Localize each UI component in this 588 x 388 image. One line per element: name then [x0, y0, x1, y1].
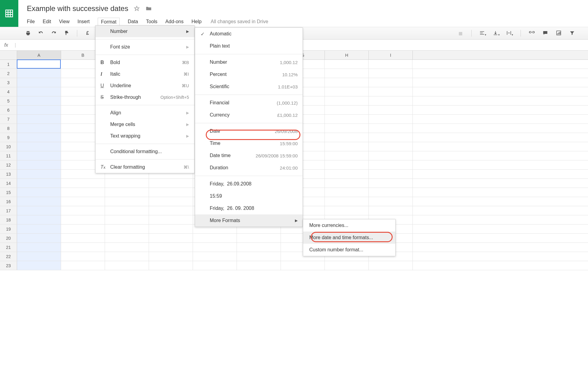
cell[interactable]: [105, 243, 149, 252]
row-header[interactable]: 16: [0, 197, 17, 206]
format-wrap[interactable]: Text wrapping▶: [96, 130, 194, 142]
cell[interactable]: [369, 188, 413, 197]
cell[interactable]: [17, 78, 61, 87]
cell[interactable]: [325, 87, 369, 96]
cell[interactable]: [325, 142, 369, 151]
cell[interactable]: [149, 206, 193, 215]
cell[interactable]: [369, 96, 413, 105]
cell[interactable]: [17, 252, 61, 261]
format-strike[interactable]: SStrike-throughOption+Shift+5: [96, 92, 194, 103]
cell[interactable]: [17, 206, 61, 215]
row-header[interactable]: 6: [0, 106, 17, 114]
cell[interactable]: [193, 234, 237, 242]
cell[interactable]: [149, 215, 193, 224]
cell[interactable]: [61, 234, 105, 242]
row-header[interactable]: 19: [0, 225, 17, 233]
wrap-icon[interactable]: ▾: [506, 30, 513, 37]
cell[interactable]: [17, 197, 61, 206]
cell[interactable]: [149, 243, 193, 252]
num-custom1[interactable]: Friday, 26.09.2008: [195, 178, 303, 190]
cell[interactable]: [193, 252, 237, 261]
cell[interactable]: [369, 261, 413, 270]
cell[interactable]: [325, 188, 369, 197]
row-header[interactable]: 17: [0, 206, 17, 215]
cell[interactable]: [325, 106, 369, 114]
cell[interactable]: [193, 243, 237, 252]
row-header[interactable]: 18: [0, 215, 17, 224]
cell[interactable]: [237, 252, 281, 261]
cell[interactable]: [369, 179, 413, 188]
num-custom2[interactable]: 15:59: [195, 190, 303, 202]
cell[interactable]: [17, 179, 61, 188]
col-header[interactable]: H: [325, 51, 369, 59]
cell[interactable]: [368, 60, 412, 69]
active-cell[interactable]: [17, 59, 61, 69]
cell[interactable]: [325, 151, 369, 160]
cell[interactable]: [61, 225, 105, 233]
select-all-corner[interactable]: [0, 51, 17, 59]
cell[interactable]: [17, 170, 61, 178]
halign-icon[interactable]: ▾: [479, 30, 486, 37]
row-header[interactable]: 3: [0, 78, 17, 87]
num-financial[interactable]: Financial(1,000.12): [195, 97, 303, 109]
cell[interactable]: [149, 252, 193, 261]
cell[interactable]: [369, 69, 413, 78]
comment-icon[interactable]: [542, 30, 549, 37]
format-clear[interactable]: TxClear formatting⌘\: [96, 161, 194, 173]
col-header[interactable]: I: [369, 51, 413, 59]
currency-btn[interactable]: £: [84, 31, 91, 36]
cell[interactable]: [325, 115, 369, 124]
cell[interactable]: [369, 142, 413, 151]
cell[interactable]: [237, 261, 281, 270]
cell[interactable]: [105, 197, 149, 206]
num-scientific[interactable]: Scientific1.01E+03: [195, 81, 303, 93]
menu-addons[interactable]: Add-ons: [165, 19, 184, 24]
cell[interactable]: [369, 78, 413, 87]
format-underline[interactable]: UUnderline⌘U: [96, 80, 194, 92]
cell[interactable]: [193, 261, 237, 270]
cell[interactable]: [17, 225, 61, 233]
cell[interactable]: [325, 197, 369, 206]
num-number[interactable]: Number1,000.12: [195, 56, 303, 68]
row-header[interactable]: 4: [0, 87, 17, 96]
format-number[interactable]: Number▶: [96, 26, 194, 37]
format-font-size[interactable]: Font size▶: [96, 41, 194, 53]
cell[interactable]: [17, 261, 61, 270]
menu-format[interactable]: Format: [98, 18, 120, 26]
cell[interactable]: [325, 96, 369, 105]
cell[interactable]: [149, 234, 193, 242]
row-header[interactable]: 10: [0, 142, 17, 151]
filter-icon[interactable]: [568, 30, 576, 37]
cell[interactable]: [281, 261, 325, 270]
cell[interactable]: [17, 234, 61, 242]
format-italic[interactable]: IItalic⌘I: [96, 68, 194, 80]
format-align[interactable]: Align▶: [96, 107, 194, 119]
menu-help[interactable]: Help: [191, 19, 201, 24]
menu-edit[interactable]: Edit: [43, 19, 51, 24]
cell[interactable]: [369, 170, 413, 178]
cell[interactable]: [149, 197, 193, 206]
undo-icon[interactable]: [37, 30, 45, 37]
star-icon[interactable]: [134, 5, 140, 12]
format-merge[interactable]: Merge cells▶: [96, 119, 194, 130]
cell[interactable]: [369, 106, 413, 114]
cell[interactable]: [17, 151, 61, 160]
cell[interactable]: [61, 252, 105, 261]
row-header[interactable]: 7: [0, 115, 17, 124]
cell[interactable]: [17, 106, 61, 114]
cell[interactable]: [61, 215, 105, 224]
num-time[interactable]: Time15:59:00: [195, 137, 303, 149]
folder-icon[interactable]: [145, 5, 152, 12]
cell[interactable]: [17, 188, 61, 197]
cell[interactable]: [149, 225, 193, 233]
menu-insert[interactable]: Insert: [78, 19, 90, 24]
format-bold[interactable]: BBold⌘B: [96, 57, 194, 68]
cell[interactable]: [149, 261, 193, 270]
cell[interactable]: [61, 188, 105, 197]
row-header[interactable]: 8: [0, 124, 17, 133]
cell[interactable]: [325, 60, 368, 69]
cell[interactable]: [61, 197, 105, 206]
redo-icon[interactable]: [50, 30, 57, 37]
cell[interactable]: [61, 179, 105, 188]
cell[interactable]: [369, 197, 413, 206]
